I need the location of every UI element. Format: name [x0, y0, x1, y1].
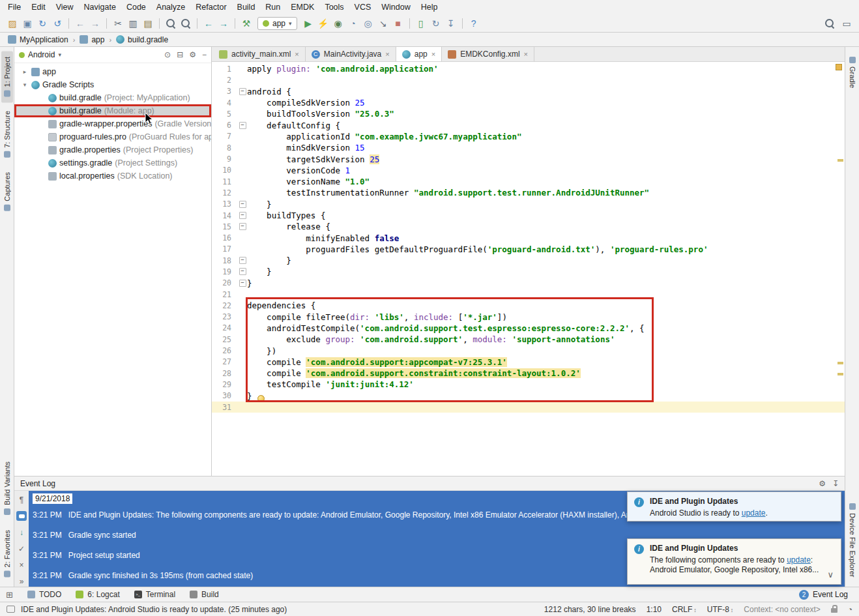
breadcrumb-item-myapplication[interactable]: MyApplication: [8, 35, 68, 44]
code-line-29[interactable]: 29 testCompile 'junit:junit:4.12': [212, 379, 845, 390]
code-line-10[interactable]: 10 versionCode 1: [212, 165, 845, 176]
coverage-icon[interactable]: ◎: [361, 16, 375, 31]
tool-button-build-variants[interactable]: Build Variants: [1, 456, 13, 521]
tree-item-gradle-wrapper-properties-gradle-version[interactable]: gradle-wrapper.properties(Gradle Version…: [14, 117, 211, 130]
ide-layout-icon[interactable]: ▭: [839, 16, 854, 31]
code-line-28[interactable]: 28 compile 'com.android.support.constrai…: [212, 368, 845, 379]
open-icon[interactable]: ▨: [5, 16, 20, 31]
find-icon[interactable]: [164, 16, 178, 31]
code-line-14[interactable]: 14 buildTypes {: [212, 210, 845, 221]
code-line-19[interactable]: 19 }: [212, 266, 845, 277]
menu-item-tools[interactable]: Tools: [319, 0, 349, 14]
toolwindow-button-build[interactable]: Build: [190, 590, 219, 599]
code-line-11[interactable]: 11 versionName "1.0": [212, 176, 845, 187]
profile-icon[interactable]: ◔: [346, 16, 360, 31]
tab-emdkconfig-xml[interactable]: EMDKConfig.xml ×: [442, 47, 534, 61]
toolwindow-button-6-logcat[interactable]: 6: Logcat: [76, 590, 119, 599]
code-line-1[interactable]: 1apply plugin: 'com.android.application': [212, 63, 845, 74]
debug-icon[interactable]: ◉: [331, 16, 345, 31]
menu-item-file[interactable]: File: [3, 0, 26, 14]
cut-icon[interactable]: ✂: [111, 16, 125, 31]
notification-balloon-2[interactable]: i IDE and Plugin Updates The following c…: [627, 538, 841, 585]
error-stripe-mark[interactable]: [837, 159, 843, 162]
hide-icon[interactable]: ↧: [832, 479, 839, 488]
tree-item-build-gradle-module-app[interactable]: build.gradle(Module: app): [14, 104, 211, 117]
balloons-icon[interactable]: [16, 511, 27, 521]
close-tab-icon[interactable]: ×: [385, 50, 389, 58]
stop-icon[interactable]: ■: [391, 16, 405, 31]
expand-notification-icon[interactable]: ∨: [827, 570, 834, 579]
notification-balloon-1[interactable]: i IDE and Plugin Updates Android Studio …: [627, 491, 841, 521]
fold-marker[interactable]: [238, 268, 247, 275]
tree-item-build-gradle-project-myapplication[interactable]: build.gradle(Project: MyApplication): [14, 91, 211, 104]
code-line-26[interactable]: 26 }): [212, 345, 845, 356]
code-line-30[interactable]: 30}: [212, 390, 845, 402]
toolwindow-button-event-log[interactable]: Event Log: [813, 590, 848, 599]
fold-marker[interactable]: [238, 280, 247, 287]
inspections-profile-icon[interactable]: ◔: [848, 605, 852, 614]
replace-icon[interactable]: [179, 16, 193, 31]
sdk-manager-icon[interactable]: ↧: [444, 16, 458, 31]
tool-button-7-structure[interactable]: 7: Structure: [1, 105, 13, 164]
menu-item-vcs[interactable]: VCS: [349, 0, 377, 14]
settings-icon[interactable]: ⚙: [819, 479, 826, 488]
error-stripe-mark[interactable]: [837, 362, 843, 364]
copy-icon[interactable]: ▥: [126, 16, 140, 31]
code-line-7[interactable]: 7 applicationId "com.example.jvwc67.myap…: [212, 131, 845, 142]
fold-marker[interactable]: [238, 201, 247, 208]
collapse-all-icon[interactable]: ⊟: [177, 50, 183, 59]
code-line-15[interactable]: 15 release {: [212, 221, 845, 232]
toolwindow-button-terminal[interactable]: >_Terminal: [134, 590, 175, 599]
sync-ide-icon[interactable]: ↻: [35, 16, 50, 31]
expand-icon[interactable]: »: [16, 577, 27, 587]
update-link[interactable]: update: [787, 555, 811, 565]
back-icon[interactable]: ←: [73, 16, 87, 31]
code-line-20[interactable]: 20}: [212, 278, 845, 289]
tree-item-gradle-scripts[interactable]: ▾Gradle Scripts: [14, 78, 211, 91]
menu-item-analyze[interactable]: Analyze: [151, 0, 190, 14]
apply-changes-icon[interactable]: ⚡: [316, 16, 330, 31]
code-line-3[interactable]: 3android {: [212, 86, 845, 97]
save-icon[interactable]: ▣: [20, 16, 35, 31]
toolwindow-button-todo[interactable]: TODO: [27, 590, 61, 599]
status-message[interactable]: IDE and Plugin Updates: Android Studio i…: [21, 605, 287, 614]
fold-marker[interactable]: [238, 223, 247, 230]
menu-item-window[interactable]: Window: [376, 0, 415, 14]
tool-button-captures[interactable]: Captures: [1, 166, 13, 217]
code-line-8[interactable]: 8 minSdkVersion 15: [212, 142, 845, 153]
project-view-selector[interactable]: Android: [28, 50, 55, 59]
avd-manager-icon[interactable]: ▯: [414, 16, 428, 31]
tool-button-gradle[interactable]: Gradle: [847, 51, 858, 94]
search-everywhere-icon[interactable]: [823, 16, 837, 31]
tree-item-app[interactable]: ▸app: [14, 65, 211, 78]
fold-marker[interactable]: [238, 212, 247, 219]
attach-debugger-icon[interactable]: ↘: [376, 16, 390, 31]
forward-icon[interactable]: →: [88, 16, 102, 31]
menu-item-edit[interactable]: Edit: [26, 0, 51, 14]
menu-item-navigate[interactable]: Navigate: [79, 0, 121, 14]
fold-marker[interactable]: [238, 257, 247, 264]
sync-all-icon[interactable]: ↺: [50, 16, 65, 31]
fold-marker[interactable]: [238, 122, 247, 129]
soft-wrap-icon[interactable]: ¶: [16, 495, 27, 505]
sync-gradle-icon[interactable]: ↻: [429, 16, 443, 31]
breadcrumb-item-app[interactable]: app: [80, 35, 104, 44]
tree-item-proguard-rules-pro-proguard-rules-for-app[interactable]: proguard-rules.pro(ProGuard Rules for ap…: [14, 130, 211, 143]
nav-back-icon[interactable]: ←: [201, 16, 216, 31]
menu-item-code[interactable]: Code: [121, 0, 151, 14]
menu-item-run[interactable]: Run: [260, 0, 285, 14]
clear-icon[interactable]: ×: [16, 561, 27, 570]
update-link[interactable]: update: [742, 508, 766, 518]
event-message-icon[interactable]: [7, 606, 15, 613]
code-line-13[interactable]: 13 }: [212, 199, 845, 210]
tool-button-2-favorites[interactable]: 2: Favorites: [1, 524, 13, 583]
menu-item-build[interactable]: Build: [232, 0, 261, 14]
make-project-icon[interactable]: ⚒: [239, 16, 254, 31]
menu-item-emdk[interactable]: EMDK: [285, 0, 319, 14]
breadcrumb-item-build-gradle[interactable]: build.gradle: [116, 35, 168, 44]
code-line-6[interactable]: 6 defaultConfig {: [212, 119, 845, 130]
inspection-status-icon[interactable]: [836, 64, 842, 70]
caret-position[interactable]: 1:10: [647, 605, 662, 614]
tab-activity-main-xml[interactable]: activity_main.xml ×: [213, 47, 306, 61]
tool-button-1-project[interactable]: 1: Project: [1, 51, 13, 102]
